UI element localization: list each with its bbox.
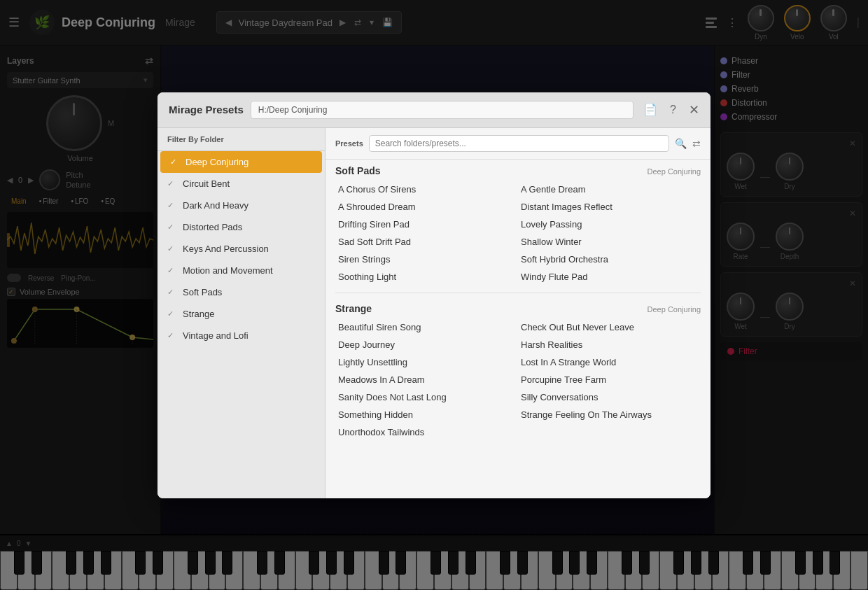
preset-item[interactable]: Beautiful Siren Song: [335, 318, 518, 336]
modal-help-icon[interactable]: ?: [667, 102, 679, 118]
folder-name: Dark And Heavy: [183, 200, 248, 211]
group-source-1: Deep Conjuring: [648, 305, 701, 314]
preset-item[interactable]: Siren Strings: [335, 251, 518, 268]
preset-item[interactable]: A Gentle Dream: [518, 181, 701, 198]
modal-close-btn[interactable]: ✕: [689, 102, 699, 118]
preset-item[interactable]: Meadows In A Dream: [335, 371, 518, 388]
folder-name: Keys And Percussion: [183, 244, 269, 254]
preset-item[interactable]: Soft Hybrid Orchestra: [518, 251, 701, 268]
group-name-1: Strange: [335, 303, 372, 314]
group-name-0: Soft Pads: [335, 165, 381, 176]
folder-name: Motion and Movement: [183, 265, 273, 276]
preset-group-header-0: Soft PadsDeep Conjuring: [335, 165, 701, 176]
preset-item[interactable]: Lovely Passing: [518, 216, 701, 233]
folder-item-distorted-pads[interactable]: ✓Distorted Pads: [158, 216, 325, 238]
shuffle-presets-icon[interactable]: ⇄: [692, 138, 701, 149]
modal-title: Mirage Presets: [169, 104, 244, 115]
folder-item-motion-and-movement[interactable]: ✓Motion and Movement: [158, 260, 325, 281]
check-icon: ✓: [170, 157, 180, 167]
preset-item[interactable]: Lightly Unsettling: [335, 353, 518, 371]
preset-search-bar: Presets 🔍 ⇄: [326, 128, 710, 160]
preset-item[interactable]: Soothing Light: [335, 268, 518, 286]
check-icon: ✓: [167, 288, 177, 297]
folder-item-soft-pads[interactable]: ✓Soft Pads: [158, 281, 325, 303]
folder-name: Vintage and Lofi: [183, 330, 248, 341]
preset-item[interactable]: Windy Flute Pad: [518, 268, 701, 286]
preset-item[interactable]: Drifting Siren Pad: [335, 216, 518, 233]
folder-name: Strange: [183, 309, 215, 319]
preset-group-1: StrangeDeep ConjuringBeautiful Siren Son…: [326, 297, 710, 444]
preset-grid-1: Beautiful Siren SongCheck Out But Never …: [335, 318, 701, 441]
modal-file-icon[interactable]: 📄: [640, 101, 660, 118]
mirage-presets-modal: Mirage Presets H:/Deep Conjuring 📄 ? ✕ F…: [158, 92, 710, 498]
preset-item[interactable]: Lost In A Strange World: [518, 353, 701, 371]
modal-header: Mirage Presets H:/Deep Conjuring 📄 ? ✕: [158, 92, 710, 128]
preset-item[interactable]: Sad Soft Drift Pad: [335, 233, 518, 251]
group-source-0: Deep Conjuring: [648, 167, 701, 176]
modal-path-bar[interactable]: H:/Deep Conjuring: [251, 101, 634, 119]
preset-group-header-1: StrangeDeep Conjuring: [335, 303, 701, 314]
modal-body: Filter By Folder ✓Deep Conjuring✓Circuit…: [158, 128, 710, 498]
preset-item[interactable]: Check Out But Never Leave: [518, 318, 701, 336]
check-icon: ✓: [167, 179, 177, 188]
folder-list: ✓Deep Conjuring✓Circuit Bent✓Dark And He…: [158, 151, 325, 498]
folder-item-dark-and-heavy[interactable]: ✓Dark And Heavy: [158, 195, 325, 216]
folder-name: Circuit Bent: [183, 178, 230, 189]
check-icon: ✓: [167, 201, 177, 210]
check-icon: ✓: [167, 244, 177, 253]
preset-item[interactable]: Something Hidden: [335, 406, 518, 423]
folder-panel: Filter By Folder ✓Deep Conjuring✓Circuit…: [158, 128, 326, 498]
preset-item[interactable]: Shallow Winter: [518, 233, 701, 251]
folder-item-keys-and-percussion[interactable]: ✓Keys And Percussion: [158, 238, 325, 260]
preset-search-input[interactable]: [369, 135, 669, 152]
preset-item[interactable]: Harsh Realities: [518, 336, 701, 353]
preset-item[interactable]: Distant Images Reflect: [518, 198, 701, 216]
folder-name: Deep Conjuring: [186, 157, 248, 167]
folder-header: Filter By Folder: [158, 128, 325, 151]
preset-item[interactable]: A Chorus Of Sirens: [335, 181, 518, 198]
preset-item[interactable]: Strange Feeling On The Airways: [518, 406, 701, 423]
preset-item[interactable]: Sanity Does Not Last Long: [335, 388, 518, 406]
check-icon: ✓: [167, 266, 177, 275]
search-icon[interactable]: 🔍: [675, 138, 687, 149]
preset-group-0: Soft PadsDeep ConjuringA Chorus Of Siren…: [326, 160, 710, 288]
preset-divider: [335, 293, 701, 293]
preset-item[interactable]: Silly Conversations: [518, 388, 701, 406]
folder-item-circuit-bent[interactable]: ✓Circuit Bent: [158, 173, 325, 195]
check-icon: ✓: [167, 331, 177, 340]
folder-name: Distorted Pads: [183, 222, 242, 232]
check-icon: ✓: [167, 223, 177, 232]
modal-overlay: Mirage Presets H:/Deep Conjuring 📄 ? ✕ F…: [0, 0, 868, 590]
folder-item-vintage-and-lofi[interactable]: ✓Vintage and Lofi: [158, 325, 325, 346]
preset-panel: Presets 🔍 ⇄ Soft PadsDeep ConjuringA Cho…: [326, 128, 710, 498]
folder-name: Soft Pads: [183, 287, 222, 297]
preset-item[interactable]: Porcupine Tree Farm: [518, 371, 701, 388]
preset-item[interactable]: A Shrouded Dream: [335, 198, 518, 216]
preset-item[interactable]: Deep Journey: [335, 336, 518, 353]
preset-scroll: Soft PadsDeep ConjuringA Chorus Of Siren…: [326, 160, 710, 498]
preset-item[interactable]: Unorthodox Tailwinds: [335, 423, 518, 441]
folder-item-deep-conjuring[interactable]: ✓Deep Conjuring: [160, 151, 322, 173]
presets-label: Presets: [335, 139, 363, 148]
folder-item-strange[interactable]: ✓Strange: [158, 303, 325, 325]
preset-grid-0: A Chorus Of SirensA Gentle DreamA Shroud…: [335, 181, 701, 286]
check-icon: ✓: [167, 309, 177, 318]
